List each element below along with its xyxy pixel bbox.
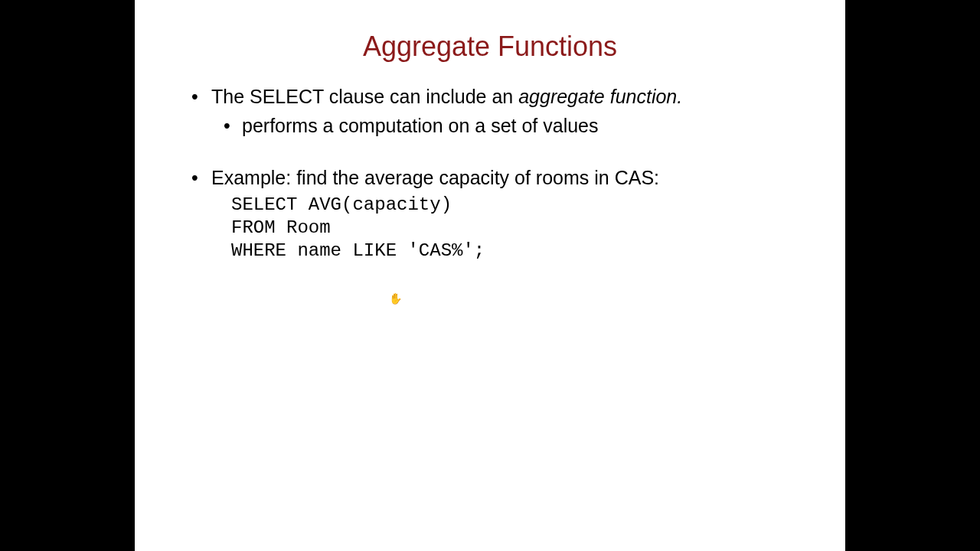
bullet-sub-1: performs a computation on a set of value… (181, 113, 807, 139)
slide-title: Aggregate Functions (173, 31, 807, 63)
bullet-main-1: The SELECT clause can include an aggrega… (181, 84, 807, 110)
bullet-main-2: Example: find the average capacity of ro… (181, 165, 807, 191)
slide: Aggregate Functions The SELECT clause ca… (135, 0, 845, 551)
sql-code: SELECT AVG(capacity) FROM Room WHERE nam… (181, 194, 807, 262)
grab-cursor-icon: ✋ (389, 292, 402, 305)
bullet1-text-pre: The SELECT clause can include an (211, 86, 518, 107)
bullet1-text-italic: aggregate function. (518, 86, 682, 107)
slide-content: The SELECT clause can include an aggrega… (173, 84, 807, 262)
